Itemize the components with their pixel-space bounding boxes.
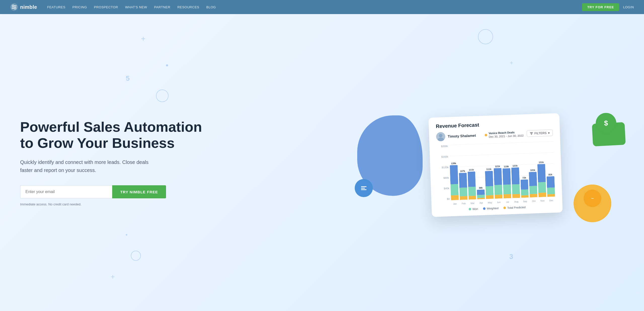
bar-seg-yellow: [460, 196, 467, 200]
legend-predicted: Total Predicted: [503, 206, 526, 209]
deal-badge: Venice Beach Deals Dec 30, 2021 - Jun 30…: [485, 130, 524, 139]
nav-partner[interactable]: PARTNER: [154, 5, 170, 9]
nav-features[interactable]: FEATURES: [47, 5, 65, 9]
hero-title-line2: to Grow Your Business: [20, 135, 175, 151]
legend-label-weighted: Weighted: [487, 207, 499, 210]
bar-seg-yellow: [468, 196, 476, 200]
logo[interactable]: nimble: [10, 3, 37, 11]
svg-rect-5: [530, 133, 532, 134]
bar-group: 131k: [537, 161, 546, 197]
bar-seg-blue: [520, 180, 529, 190]
bar-seg-yellow: [495, 195, 502, 199]
svg-rect-4: [530, 132, 533, 133]
bar-seg-yellow: [512, 194, 520, 198]
email-input[interactable]: [20, 185, 112, 198]
bar-seg-yellow: [538, 193, 546, 197]
nav-try-free-button[interactable]: TRY FOR FREE: [582, 3, 619, 11]
x-axis-label: Sep: [521, 200, 529, 203]
stacked-bar: [477, 190, 485, 199]
stacked-bar: [485, 171, 494, 199]
bar-group: 119k: [502, 165, 511, 198]
chart-user: Timoty Shalamet: [436, 131, 476, 141]
filter-icon: [530, 132, 533, 135]
stacked-bar: [459, 173, 468, 200]
bar-seg-yellow: [451, 195, 459, 200]
y-axis: $200k$160k$120k$80k$40k$0: [436, 145, 450, 201]
bar-value-label: 81k: [548, 173, 552, 176]
nav-resources[interactable]: RESOURCES: [177, 5, 199, 9]
line-1: [361, 186, 367, 187]
stacked-bar: [529, 172, 538, 197]
x-axis-label: Nov: [539, 199, 546, 202]
x-axis-label: Jun: [495, 201, 503, 204]
nav-blog[interactable]: BLOG: [206, 5, 216, 9]
y-axis-label: $80k: [444, 177, 449, 180]
nav-pricing[interactable]: PRICING: [72, 5, 87, 9]
bar-seg-teal: [477, 195, 485, 198]
bar-seg-yellow: [521, 195, 529, 198]
bar-seg-blue: [477, 190, 485, 195]
bar-group: 139k: [450, 162, 459, 200]
filter-label: FILTERS: [534, 131, 547, 135]
logo-text: nimble: [20, 4, 37, 10]
chart-header-row: Timoty Shalamet Venice Beach Deals Dec 3…: [436, 128, 553, 141]
legend-dot-weighted: [483, 207, 486, 210]
stacked-bar: [494, 168, 503, 199]
hero-right: $ ~ Revenue Forecast: [352, 110, 624, 215]
stacked-bar: [547, 176, 555, 197]
bar-group: 38k: [477, 187, 485, 199]
bar-group: 121k: [494, 165, 502, 199]
bar-value-label: 101k: [530, 169, 535, 172]
nav-right: TRY FOR FREE LOGIN: [582, 3, 634, 11]
chart-card: Revenue Forecast Timoty Shalamet: [428, 113, 562, 217]
chart-filter-button[interactable]: FILTERS ▾: [527, 129, 553, 137]
bg-circle-3: [156, 90, 169, 102]
svg-rect-6: [531, 134, 532, 135]
bg-num-3: 3: [509, 253, 513, 261]
x-axis-label: Jul: [504, 201, 511, 203]
hero-disclaimer: Immediate access. No credit card needed.: [20, 202, 352, 206]
bar-group: 72k: [520, 176, 529, 198]
bar-seg-blue: [537, 164, 546, 182]
x-labels: JanFebMarAprMayJunJulAugSepOctNovDec: [451, 199, 555, 205]
bar-seg-blue: [468, 171, 476, 187]
nav-links: FEATURES PRICING PROSPECTOR WHAT'S NEW P…: [47, 5, 582, 9]
legend-dot-won: [469, 208, 471, 210]
bar-seg-teal: [451, 184, 459, 195]
bar-seg-blue: [502, 168, 511, 185]
hero-section: + + + 5 3 Powerful Sales Automation to G…: [0, 14, 644, 311]
bar-seg-yellow: [477, 198, 485, 199]
bar-value-label: 111k: [486, 168, 491, 171]
y-axis-label: $160k: [441, 156, 448, 158]
bar-value-label: 131k: [539, 161, 544, 164]
nav-whats-new[interactable]: WHAT'S NEW: [125, 5, 147, 9]
line-3: [361, 189, 367, 190]
bar-value-label: 121k: [495, 165, 500, 168]
hero-left: Powerful Sales Automation to Grow Your B…: [20, 119, 352, 206]
chart-title: Revenue Forecast: [436, 119, 553, 129]
bar-value-label: 139k: [451, 162, 456, 165]
hero-title-line1: Powerful Sales Automation: [20, 119, 202, 135]
x-axis-label: May: [486, 201, 494, 204]
bar-value-label: 38k: [479, 187, 482, 189]
y-axis-label: $0: [447, 198, 450, 200]
chart-user-name: Timoty Shalamet: [448, 134, 476, 139]
chart-legend: Won Weighted Total Predicted: [439, 205, 555, 212]
stacked-bar: [502, 168, 511, 198]
hero-cta-button[interactable]: TRY NIMBLE FREE: [112, 185, 166, 198]
legend-label-predicted: Total Predicted: [507, 206, 526, 209]
x-axis-label: Jan: [451, 202, 459, 205]
hero-form: TRY NIMBLE FREE: [20, 185, 166, 198]
bar-chart-area: $200k$160k$120k$80k$40k$0 139k107k111k38…: [436, 141, 555, 206]
nav-prospector[interactable]: PROSPECTOR: [94, 5, 118, 9]
stacked-bar: [511, 167, 520, 198]
nav-login-link[interactable]: LOGIN: [623, 5, 634, 9]
bg-num-5: 5: [126, 74, 130, 82]
bar-seg-blue: [459, 173, 467, 188]
filter-chevron: ▾: [548, 131, 549, 135]
legend-label-won: Won: [472, 207, 478, 211]
bar-group: 121k: [511, 164, 520, 198]
y-axis-label: $120k: [442, 166, 449, 169]
bars-container: 139k107k111k38k111k121k119k121k72k101k13…: [449, 141, 555, 200]
bar-seg-teal: [459, 188, 467, 196]
